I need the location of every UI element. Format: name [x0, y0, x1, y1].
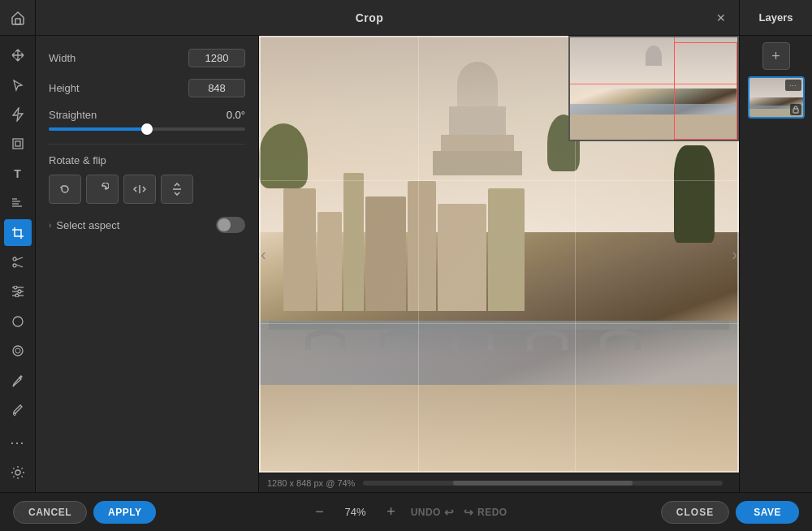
layers-panel: + ··· — [739, 36, 812, 492]
canvas-info-text: 1280 x 848 px @ 74% — [267, 478, 355, 488]
layer-lock-icon — [790, 104, 801, 115]
rotate-label: Rotate & flip — [49, 154, 245, 166]
eyedropper-tool-icon[interactable] — [4, 397, 32, 423]
svg-rect-2 — [15, 141, 20, 146]
layers-header: Layers — [739, 0, 812, 35]
svg-point-14 — [18, 290, 21, 293]
svg-point-17 — [13, 317, 23, 326]
zoom-in-button[interactable]: + — [382, 503, 401, 522]
toggle-knob — [218, 218, 231, 231]
svg-point-21 — [15, 470, 20, 475]
width-label: Width — [49, 52, 76, 64]
hatch-tool-icon[interactable] — [4, 190, 32, 216]
info-bar: 1280 x 848 px @ 74% — [259, 473, 739, 492]
svg-rect-0 — [15, 19, 20, 24]
height-input[interactable] — [188, 79, 245, 97]
left-toolbar: T — [0, 36, 36, 492]
straighten-label: Straighten — [49, 109, 97, 121]
rotate-section: Rotate & flip — [49, 154, 245, 204]
layer-menu-button[interactable]: ··· — [785, 80, 801, 91]
svg-point-18 — [13, 346, 23, 356]
cut-tool-icon[interactable] — [4, 249, 32, 275]
svg-rect-22 — [793, 109, 798, 113]
canvas-right-arrow[interactable]: › — [732, 245, 737, 264]
straighten-field: Straighten 0.0° — [49, 109, 245, 121]
canvas-left-arrow[interactable]: ‹ — [261, 245, 266, 264]
height-field: Height — [49, 79, 245, 97]
height-label: Height — [49, 82, 80, 94]
mini-cursor-box — [674, 42, 737, 140]
bottom-bar: CANCEL APPLY − 74% + UNDO ↩ ↪ REDO CLOSE… — [0, 492, 812, 531]
svg-line-9 — [16, 257, 23, 260]
redo-button[interactable]: ↪ REDO — [464, 506, 507, 519]
main-area: T — [0, 36, 812, 492]
home-icon[interactable] — [0, 0, 36, 35]
select-aspect-label: Select aspect — [56, 219, 119, 231]
svg-point-7 — [13, 257, 16, 261]
straighten-value: 0.0° — [227, 109, 245, 121]
vignette-tool-icon[interactable] — [4, 338, 32, 364]
panel-title: Crop — [36, 0, 703, 35]
zoom-out-button[interactable]: − — [310, 503, 330, 522]
apply-button[interactable]: APPLY — [93, 501, 156, 524]
mini-preview — [568, 36, 739, 141]
close-panel-button[interactable]: ✕ — [703, 0, 739, 35]
select-aspect-left: › Select aspect — [49, 219, 119, 231]
adjust-tool-icon[interactable] — [4, 278, 32, 304]
undo-button[interactable]: UNDO ↩ — [411, 506, 455, 519]
svg-point-19 — [15, 348, 20, 353]
section-divider — [49, 144, 245, 145]
flip-h-button[interactable] — [123, 175, 156, 204]
circle-tool-icon[interactable] — [4, 309, 32, 335]
settings-icon[interactable] — [4, 460, 32, 486]
text-tool-icon[interactable]: T — [4, 161, 32, 187]
add-layer-button[interactable]: + — [762, 42, 790, 70]
slider-track[interactable] — [49, 127, 245, 131]
canvas-area: ‹ › 1280 x 848 px @ 74% — [259, 36, 739, 492]
flip-v-button[interactable] — [161, 175, 193, 204]
straighten-slider[interactable] — [49, 127, 245, 131]
save-button[interactable]: SAVE — [736, 501, 799, 524]
aspect-toggle[interactable] — [216, 217, 245, 233]
svg-point-20 — [13, 413, 15, 416]
cancel-button[interactable]: CANCEL — [13, 501, 87, 524]
canvas-image-wrapper[interactable]: ‹ › — [259, 36, 739, 473]
svg-point-8 — [13, 264, 16, 267]
svg-rect-1 — [13, 139, 23, 149]
bottom-left-actions: CANCEL APPLY — [13, 501, 156, 524]
select-aspect-section[interactable]: › Select aspect — [49, 217, 245, 233]
slider-thumb[interactable] — [141, 123, 153, 135]
scrollbar-thumb[interactable] — [453, 481, 633, 486]
width-input[interactable] — [188, 49, 245, 67]
width-field: Width — [49, 49, 245, 67]
pen-tool-icon[interactable] — [4, 367, 32, 393]
move-tool-icon[interactable] — [4, 42, 32, 68]
svg-line-10 — [16, 265, 23, 267]
bottom-center-controls: − 74% + UNDO ↩ ↪ REDO — [310, 503, 508, 522]
bottom-right-actions: CLOSE SAVE — [661, 501, 799, 524]
rotate-buttons — [49, 175, 245, 204]
crop-tool-icon[interactable] — [4, 219, 32, 245]
rotate-cw-button[interactable] — [86, 175, 119, 204]
crop-panel: Width Height Straighten 0.0° Rotate & fl… — [36, 36, 259, 492]
close-button[interactable]: CLOSE — [661, 501, 729, 524]
horizontal-scrollbar[interactable] — [363, 481, 723, 486]
rotate-ccw-button[interactable] — [49, 175, 81, 204]
lightning-tool-icon[interactable] — [4, 101, 32, 127]
svg-point-16 — [15, 294, 19, 297]
frame-tool-icon[interactable] — [4, 131, 32, 157]
chevron-right-icon: › — [49, 221, 51, 230]
zoom-level-display: 74% — [339, 506, 372, 518]
mini-overlay — [570, 37, 737, 140]
slider-fill — [49, 127, 147, 131]
more-tools-icon[interactable]: ··· — [4, 430, 32, 455]
cursor-tool-icon[interactable] — [4, 71, 32, 97]
layer-thumbnail[interactable]: ··· — [748, 76, 805, 119]
svg-point-12 — [14, 286, 17, 289]
top-bar: Crop ✕ Layers — [0, 0, 812, 36]
